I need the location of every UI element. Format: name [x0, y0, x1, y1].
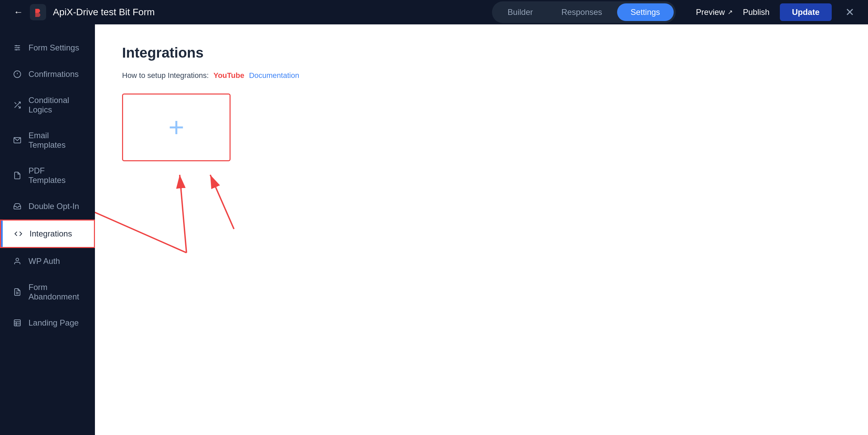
plus-icon: + [169, 114, 184, 141]
sidebar-label-conditional-logics: Conditional Logics [28, 96, 83, 115]
sidebar-item-landing-page[interactable]: Landing Page [0, 310, 95, 336]
sidebar-label-integrations: Integrations [29, 229, 72, 239]
svg-point-3 [16, 45, 17, 46]
sidebar-item-wp-auth[interactable]: WP Auth [0, 248, 95, 274]
sidebar-label-form-abandonment: Form Abandonment [28, 283, 83, 302]
info-circle-icon [12, 69, 22, 79]
sidebar-item-conditional-logics[interactable]: Conditional Logics [0, 87, 95, 123]
svg-point-4 [18, 47, 19, 48]
shuffle-icon [12, 100, 22, 110]
sidebar-item-form-abandonment[interactable]: Form Abandonment [0, 274, 95, 310]
sidebar-item-form-settings[interactable]: Form Settings [0, 35, 95, 61]
close-button[interactable]: ✕ [845, 6, 854, 19]
youtube-link[interactable]: YouTube [214, 71, 244, 80]
sidebar-item-double-opt-in[interactable]: Double Opt-In [0, 193, 95, 220]
svg-point-5 [16, 49, 17, 50]
page-title: Integrations [122, 45, 841, 61]
sliders-icon [12, 43, 22, 53]
sidebar-item-integrations[interactable]: Integrations [0, 220, 95, 248]
svg-line-11 [15, 102, 16, 104]
sidebar-label-landing-page: Landing Page [28, 318, 79, 328]
sidebar-label-pdf-templates: PDF Templates [28, 166, 83, 185]
sidebar-item-confirmations[interactable]: Confirmations [0, 61, 95, 87]
update-button[interactable]: Update [780, 3, 832, 21]
envelope-icon [12, 135, 22, 145]
sidebar-item-email-templates[interactable]: Email Templates [0, 123, 95, 158]
publish-button[interactable]: Publish [743, 7, 770, 17]
svg-point-13 [16, 258, 19, 261]
sidebar-label-email-templates: Email Templates [28, 131, 83, 150]
sidebar: Form Settings Confirmations Conditional … [0, 24, 95, 435]
main-layout: Form Settings Confirmations Conditional … [0, 24, 868, 435]
back-button[interactable]: ← [14, 7, 23, 18]
app-title: ApiX-Drive test Bit Form [53, 7, 155, 18]
svg-line-22 [210, 175, 234, 229]
docs-link[interactable]: Documentation [249, 71, 299, 80]
nav-tabs: Builder Responses Settings [492, 1, 676, 23]
tab-settings[interactable]: Settings [617, 3, 674, 21]
sidebar-label-wp-auth: WP Auth [28, 256, 60, 266]
sidebar-label-confirmations: Confirmations [28, 69, 79, 79]
file-icon [12, 170, 22, 181]
code-icon [13, 229, 23, 239]
sidebar-label-form-settings: Form Settings [28, 43, 79, 53]
add-integration-button[interactable]: + [122, 94, 231, 161]
tab-builder[interactable]: Builder [494, 3, 547, 21]
logo [30, 4, 46, 20]
preview-button[interactable]: Preview ↗ [696, 7, 733, 17]
sidebar-item-pdf-templates[interactable]: PDF Templates [0, 158, 95, 193]
user-icon [12, 256, 22, 266]
content-area: Integrations How to setup Integrations: … [95, 24, 868, 435]
svg-line-23 [95, 202, 186, 253]
svg-line-21 [180, 175, 186, 253]
nav-actions: Preview ↗ Publish Update ✕ [696, 3, 854, 21]
tab-responses[interactable]: Responses [548, 3, 616, 21]
table-icon [12, 318, 22, 328]
svg-rect-16 [14, 320, 20, 326]
inbox-icon [12, 201, 22, 211]
external-link-icon: ↗ [728, 8, 733, 16]
sidebar-label-double-opt-in: Double Opt-In [28, 202, 79, 211]
setup-row: How to setup Integrations: YouTube Docum… [122, 71, 841, 80]
navbar: ← ApiX-Drive test Bit Form Builder Respo… [0, 0, 868, 24]
setup-label: How to setup Integrations: [122, 71, 209, 80]
file-alt-icon [12, 287, 22, 297]
